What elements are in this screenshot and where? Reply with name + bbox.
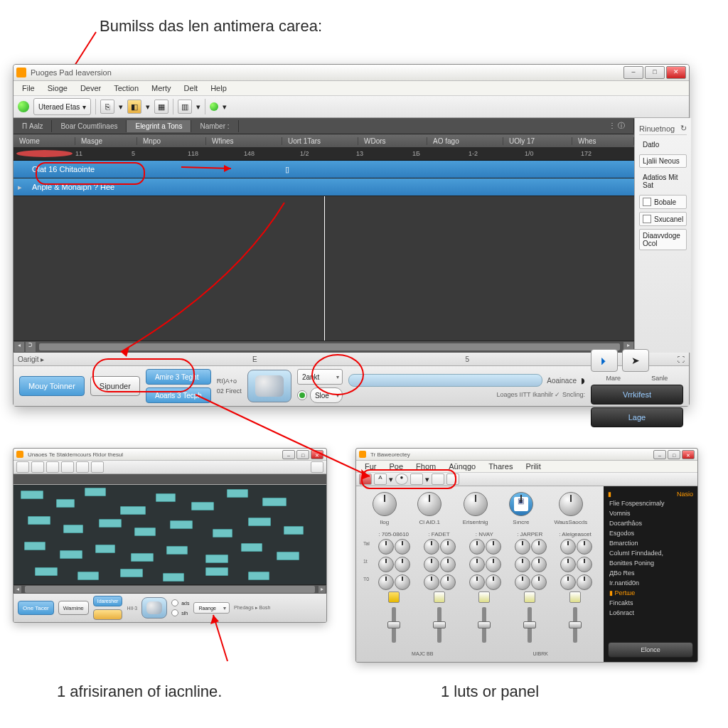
sl-tb-1[interactable] — [16, 461, 29, 473]
menu-dever[interactable]: Dever — [75, 82, 107, 94]
hscroll[interactable]: ◂ Ɔ ▸ — [14, 341, 634, 353]
playhead[interactable] — [324, 196, 325, 341]
sr-menu-4[interactable]: Thares — [483, 461, 518, 472]
sr-si-10[interactable]: Fincakts — [608, 599, 693, 607]
sl-dd[interactable]: Raange — [193, 602, 230, 614]
more-button[interactable]: ⏵ — [591, 349, 618, 372]
sl-bt4[interactable] — [93, 609, 123, 620]
sl-tb-r[interactable] — [311, 461, 323, 473]
side-item-0[interactable]: Ljalii Neous — [639, 154, 687, 168]
sr-tb-2[interactable]: A — [374, 473, 387, 485]
sr-tb-4[interactable] — [410, 473, 423, 485]
col-3[interactable]: Wfines — [206, 137, 282, 145]
sr-si-8[interactable]: Ir.nantid0n — [608, 579, 693, 587]
knob-0[interactable] — [373, 492, 397, 516]
maximize-button[interactable]: □ — [645, 66, 665, 79]
sr-menu-1[interactable]: Poe — [384, 461, 410, 472]
scroll-left-icon[interactable]: ◂ — [14, 342, 24, 352]
scroll-thumb[interactable] — [39, 343, 620, 350]
sr-tb-1[interactable] — [359, 473, 372, 485]
play-icon[interactable]: ▸ — [14, 183, 26, 192]
transport-dropdown[interactable]: 2ankt — [297, 369, 343, 385]
knob-2[interactable] — [464, 492, 488, 516]
col-1[interactable]: Masge — [75, 137, 137, 145]
side-item-2[interactable]: Bobale — [639, 195, 687, 209]
sr-tb-6[interactable] — [446, 473, 459, 485]
side-item-3[interactable]: Sxucanel — [639, 212, 687, 226]
sr-si-4[interactable]: Bmarction — [608, 539, 693, 547]
track-row-0[interactable]: Olat 16 Chitaointe ▯ — [14, 161, 634, 178]
ruler-marker-icon[interactable] — [16, 150, 73, 157]
radio-icon[interactable] — [297, 390, 307, 400]
knob-1[interactable] — [417, 492, 441, 516]
sl-tb-2[interactable] — [31, 461, 44, 473]
knob-4[interactable] — [559, 492, 583, 516]
sr-si-11[interactable]: Lo6nract — [608, 609, 693, 617]
col-2[interactable]: Mnpo — [137, 137, 206, 145]
sl-hscroll[interactable]: ◂▸ — [14, 584, 326, 594]
scroll-start-icon[interactable]: Ɔ — [26, 342, 36, 352]
sl-bt1[interactable]: One Tacer — [18, 601, 54, 615]
track-row-1[interactable]: ▸ Anple & Monaipn ? Hee — [14, 178, 634, 196]
toolbar-dot-icon[interactable] — [210, 102, 218, 111]
col-8[interactable]: Whes — [572, 137, 634, 145]
col-4[interactable]: Uort 1Tars — [282, 137, 358, 145]
sr-si-6[interactable]: Bonittes Poning — [608, 559, 693, 567]
arrangement-body[interactable] — [14, 196, 634, 341]
sl-piano-roll[interactable] — [14, 485, 326, 584]
sr-menu-3[interactable]: Aünqgo — [443, 461, 481, 472]
sl-bt2[interactable]: Wamine — [58, 601, 89, 615]
toolbar-icon-4[interactable]: ▥ — [178, 100, 192, 114]
sl-tb-6[interactable] — [91, 461, 104, 473]
sr-menu-2[interactable]: Fhom — [410, 461, 441, 472]
save-button[interactable]: ➤ — [622, 349, 649, 372]
sr-si-0[interactable]: Flie Fospesncirnaly — [608, 499, 693, 508]
sr-menu-5[interactable]: Prilit — [520, 461, 546, 472]
col-0[interactable]: Wome — [14, 137, 75, 145]
transport-stack-1[interactable]: Amire 3 Teght — [146, 369, 211, 385]
chan-btn[interactable] — [388, 592, 400, 603]
menu-tection[interactable]: Tection — [108, 82, 144, 94]
radio-label[interactable]: Sloe — [310, 387, 343, 403]
toolbar-icon-1[interactable]: ⎘ — [100, 100, 114, 114]
refresh-icon[interactable]: ↻ — [680, 124, 687, 133]
sr-si-1[interactable]: Vomnis — [608, 509, 693, 518]
col-6[interactable]: AO fago — [427, 137, 503, 145]
col-5[interactable]: WDors — [358, 137, 427, 145]
sr-si-3[interactable]: Esgodos — [608, 529, 693, 537]
sr-si-9[interactable]: ▮ Pertше — [608, 589, 693, 597]
jog-wheel[interactable] — [247, 370, 291, 402]
record-icon[interactable] — [18, 101, 29, 112]
tab-menu-icon[interactable]: ⋮ ⓘ — [600, 119, 634, 133]
side-item-4[interactable]: Diaavvdoge Ocol — [639, 229, 687, 250]
checkbox-icon[interactable] — [643, 198, 651, 206]
menu-sioge[interactable]: Sioge — [42, 82, 73, 94]
sl-tb-3[interactable] — [46, 461, 59, 473]
toolbar-first-button[interactable]: Uteraed Etas ▾ — [33, 98, 91, 115]
transport-stack-2[interactable]: Aoarls 3 Tecph — [146, 387, 211, 403]
close-button[interactable]: ✕ — [666, 66, 686, 79]
dark-button-2[interactable]: Lage — [591, 407, 683, 427]
sl-jog[interactable] — [141, 597, 167, 619]
tab-3[interactable]: Namber : — [191, 120, 238, 132]
slider-end-icon[interactable]: ◗ — [581, 376, 585, 385]
sr-si-7[interactable]: ДВо Res — [608, 569, 693, 577]
tab-0[interactable]: П Aalz — [14, 120, 52, 132]
checkbox-icon[interactable] — [643, 215, 651, 223]
sr-si-2[interactable]: Docarthâos — [608, 519, 693, 528]
clip-icon[interactable]: ▯ — [285, 165, 289, 174]
sr-menu-0[interactable]: Fur — [359, 461, 382, 472]
sr-side-btn[interactable]: Elonce — [608, 642, 693, 658]
tab-2[interactable]: Elegrint a Tons — [127, 120, 191, 132]
chan-slider[interactable] — [392, 607, 396, 643]
menu-merty[interactable]: Merty — [146, 82, 177, 94]
sr-tb-5[interactable] — [432, 473, 444, 485]
transport-btn-1[interactable]: Mouy Toinner — [19, 376, 85, 396]
dark-button-1[interactable]: Vrrkifest — [591, 385, 683, 405]
sr-tb-3[interactable]: ● — [395, 473, 408, 485]
toolbar-icon-3[interactable]: ▦ — [154, 100, 168, 114]
toolbar-icon-2[interactable]: ◧ — [127, 100, 141, 114]
col-7[interactable]: UOly 17 — [503, 137, 572, 145]
knob-3[interactable]: ▣ — [509, 492, 533, 516]
minimize-button[interactable]: – — [623, 66, 643, 79]
